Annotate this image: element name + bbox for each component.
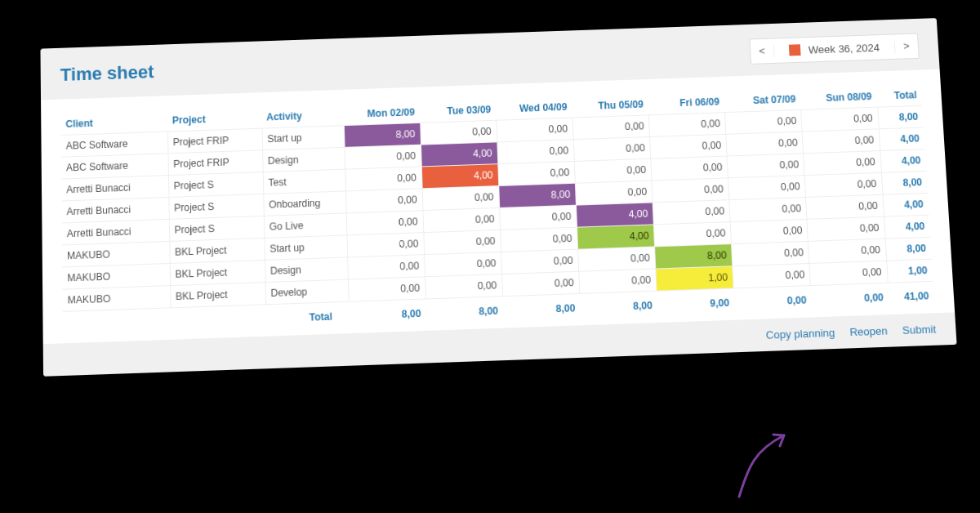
totals-label: Total <box>265 301 349 329</box>
hours-cell[interactable]: 0,00 <box>806 194 884 219</box>
hours-cell[interactable]: 1,00 <box>656 266 733 291</box>
hours-cell[interactable]: 0,00 <box>733 263 811 288</box>
timesheet-table: Client Project Activity Mon 02/09 Tue 03… <box>60 84 934 337</box>
hours-cell[interactable]: 4,00 <box>577 225 654 249</box>
hours-cell[interactable]: 0,00 <box>652 178 729 203</box>
hours-cell[interactable]: 0,00 <box>802 129 880 154</box>
activity-cell: Design <box>262 147 345 172</box>
hours-cell[interactable]: 8,00 <box>499 183 577 207</box>
total-day-1: 8,00 <box>425 297 503 324</box>
hours-cell[interactable]: 0,00 <box>425 274 502 299</box>
row-total: 4,00 <box>883 193 929 216</box>
hours-cell[interactable]: 0,00 <box>650 134 728 158</box>
hours-cell[interactable]: 0,00 <box>807 216 884 241</box>
grand-total: 41,00 <box>888 281 935 308</box>
hours-cell[interactable]: 0,00 <box>572 115 650 140</box>
hours-cell[interactable]: 0,00 <box>500 205 577 230</box>
total-day-4: 9,00 <box>657 288 735 316</box>
hours-cell[interactable]: 0,00 <box>575 181 653 205</box>
project-cell: Project S <box>169 216 265 241</box>
col-day-3[interactable]: Thu 05/09 <box>572 94 648 118</box>
row-total: 8,00 <box>881 171 928 194</box>
activity-cell: Design <box>265 257 348 283</box>
hours-cell[interactable]: 0,00 <box>498 161 576 185</box>
hours-cell[interactable]: 8,00 <box>655 244 733 269</box>
hours-cell[interactable]: 0,00 <box>423 207 501 232</box>
project-cell: BKL Project <box>170 283 265 308</box>
activity-cell: Go Live <box>264 213 347 238</box>
hours-cell[interactable]: 0,00 <box>573 136 651 161</box>
hours-cell[interactable]: 0,00 <box>420 120 497 145</box>
hours-cell[interactable]: 0,00 <box>651 156 728 181</box>
hours-cell[interactable]: 0,00 <box>345 145 421 169</box>
total-day-3: 8,00 <box>580 291 658 319</box>
hours-cell[interactable]: 0,00 <box>728 176 806 200</box>
hours-cell[interactable]: 0,00 <box>727 154 804 178</box>
hours-cell[interactable]: 0,00 <box>579 269 657 293</box>
week-prev-button[interactable]: < <box>750 39 773 64</box>
hours-cell[interactable]: 0,00 <box>424 252 501 276</box>
hours-cell[interactable]: 0,00 <box>804 151 881 176</box>
row-total: 8,00 <box>885 237 932 261</box>
week-display[interactable]: Week 36, 2024 <box>773 41 896 57</box>
hours-cell[interactable]: 8,00 <box>344 123 421 147</box>
hours-cell[interactable]: 0,00 <box>346 211 424 235</box>
hours-cell[interactable]: 0,00 <box>729 197 807 221</box>
hours-cell[interactable]: 0,00 <box>422 186 500 211</box>
hours-cell[interactable]: 0,00 <box>653 222 731 247</box>
hours-cell[interactable]: 0,00 <box>348 277 425 301</box>
col-day-5[interactable]: Sat 07/09 <box>724 88 801 112</box>
activity-cell: Start up <box>264 235 347 261</box>
col-project[interactable]: Project <box>167 107 262 132</box>
hours-cell[interactable]: 0,00 <box>345 189 423 213</box>
hours-cell[interactable]: 4,00 <box>576 203 653 227</box>
hours-cell[interactable]: 0,00 <box>809 261 888 285</box>
timesheet-body: Client Project Activity Mon 02/09 Tue 03… <box>41 69 955 345</box>
hours-cell[interactable]: 0,00 <box>653 200 730 225</box>
hours-cell[interactable]: 0,00 <box>804 172 882 197</box>
timesheet-card: Time sheet < Week 36, 2024 > C <box>40 18 956 377</box>
total-day-2: 8,00 <box>502 293 581 321</box>
col-day-2[interactable]: Wed 04/09 <box>496 96 572 120</box>
project-cell: Project FRIP <box>167 128 262 154</box>
col-day-0[interactable]: Mon 02/09 <box>343 101 420 125</box>
hours-cell[interactable]: 0,00 <box>808 239 887 263</box>
week-next-button[interactable]: > <box>894 33 919 58</box>
hours-cell[interactable]: 0,00 <box>732 241 809 265</box>
hours-cell[interactable]: 0,00 <box>500 227 577 252</box>
project-cell: Project S <box>168 194 263 219</box>
page-title: Time sheet <box>60 61 154 85</box>
hours-cell[interactable]: 0,00 <box>726 132 804 156</box>
col-day-6[interactable]: Sun 08/09 <box>800 86 878 109</box>
activity-cell: Test <box>263 169 345 194</box>
hours-cell[interactable]: 4,00 <box>421 164 499 189</box>
hours-cell[interactable]: 0,00 <box>345 167 422 191</box>
row-total: 8,00 <box>877 105 924 129</box>
copy-planning-link[interactable]: Copy planning <box>766 327 835 341</box>
hours-cell[interactable]: 0,00 <box>730 219 808 243</box>
project-cell: BKL Project <box>169 238 265 263</box>
activity-cell: Onboarding <box>263 191 345 216</box>
hours-cell[interactable]: 0,00 <box>801 107 879 132</box>
project-cell: Project FRIP <box>168 150 263 176</box>
hours-cell[interactable]: 0,00 <box>501 249 578 274</box>
hours-cell[interactable]: 0,00 <box>497 140 575 164</box>
hours-cell[interactable]: 0,00 <box>501 271 579 296</box>
hours-cell[interactable]: 0,00 <box>346 233 424 257</box>
hours-cell[interactable]: 0,00 <box>574 158 652 183</box>
hours-cell[interactable]: 0,00 <box>725 109 803 134</box>
col-day-4[interactable]: Fri 06/09 <box>648 91 724 114</box>
col-activity[interactable]: Activity <box>261 105 344 129</box>
total-day-6: 0,00 <box>811 283 889 310</box>
row-total: 4,00 <box>884 215 930 239</box>
col-day-1[interactable]: Tue 03/09 <box>419 99 496 123</box>
hours-cell[interactable]: 0,00 <box>347 255 425 279</box>
reopen-link[interactable]: Reopen <box>849 324 888 338</box>
hours-cell[interactable]: 0,00 <box>423 230 501 254</box>
hours-cell[interactable]: 0,00 <box>648 113 726 137</box>
status-swatch-icon <box>789 44 801 56</box>
hours-cell[interactable]: 0,00 <box>497 118 573 142</box>
hours-cell[interactable]: 0,00 <box>578 247 656 271</box>
hours-cell[interactable]: 4,00 <box>421 142 497 167</box>
submit-link[interactable]: Submit <box>902 323 937 337</box>
